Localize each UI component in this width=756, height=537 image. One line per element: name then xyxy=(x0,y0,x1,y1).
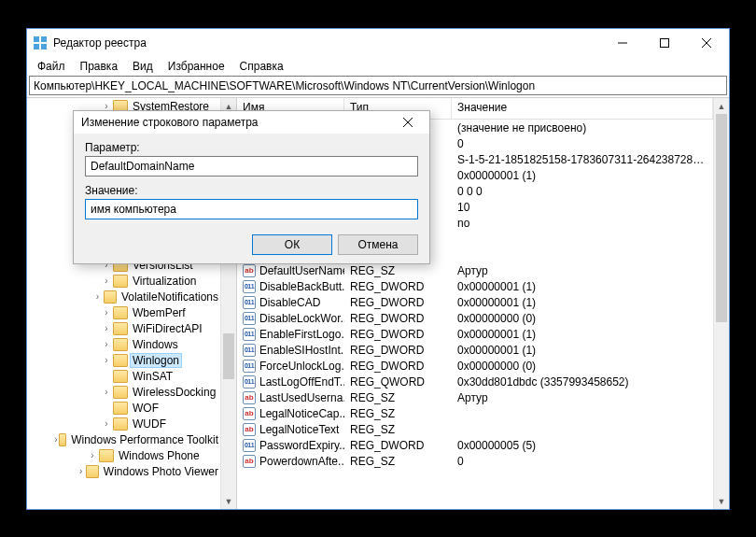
svg-rect-5 xyxy=(660,39,668,48)
titlebar[interactable]: Редактор реестра xyxy=(27,29,729,57)
param-label: Параметр: xyxy=(85,141,418,154)
folder-icon xyxy=(113,354,128,367)
list-scrollbar[interactable]: ▲ ▼ xyxy=(713,98,729,509)
tree-item[interactable]: ›WiFiDirectAPI xyxy=(27,320,220,336)
expand-icon[interactable]: › xyxy=(92,291,103,302)
tree-item[interactable]: ›WUDF xyxy=(27,416,220,431)
value-data: (значение не присвоено) xyxy=(452,121,713,134)
tree-item[interactable]: WinSAT xyxy=(27,368,220,384)
tree-item[interactable]: ›WirelessDocking xyxy=(27,384,220,400)
folder-icon xyxy=(113,370,128,383)
value-type: REG_SZ xyxy=(344,407,452,420)
menu-view[interactable]: Вид xyxy=(126,58,160,75)
binary-value-icon: 011 xyxy=(243,360,256,373)
svg-rect-2 xyxy=(34,44,39,49)
list-row[interactable]: 011DisableBackButt...REG_DWORD0x00000001… xyxy=(237,278,713,294)
address-bar[interactable]: Компьютер\HKEY_LOCAL_MACHINE\SOFTWARE\Mi… xyxy=(29,76,727,95)
tree-item-label: Winlogon xyxy=(131,354,181,367)
value-field[interactable] xyxy=(85,199,418,219)
scroll-down-icon[interactable]: ▼ xyxy=(714,493,729,509)
tree-item[interactable]: ›Windows xyxy=(27,336,220,352)
expand-icon[interactable]: › xyxy=(54,434,59,445)
expand-icon[interactable]: › xyxy=(101,418,112,429)
tree-item[interactable]: ›Windows Phone xyxy=(27,447,220,463)
expand-icon[interactable]: › xyxy=(101,307,112,318)
expand-icon[interactable]: › xyxy=(101,355,112,365)
value-name: PowerdownAfte... xyxy=(259,455,344,468)
binary-value-icon: 011 xyxy=(243,439,256,452)
value-label: Значение: xyxy=(85,184,418,197)
tree-item-label: VolatileNotifications xyxy=(119,290,220,304)
edit-string-dialog: Изменение строкового параметра Параметр:… xyxy=(73,110,430,264)
list-row[interactable]: 011ForceUnlockLog...REG_DWORD0x00000000 … xyxy=(237,358,713,374)
binary-value-icon: 011 xyxy=(243,344,256,357)
minimize-button[interactable] xyxy=(601,30,643,57)
value-data: Артур xyxy=(452,264,713,277)
registry-editor-window: Редактор реестра Файл Правка Вид Избранн… xyxy=(26,28,730,510)
value-name: DefaultUserName xyxy=(259,264,344,277)
expand-icon[interactable]: › xyxy=(101,339,112,349)
tree-item[interactable]: WOF xyxy=(27,400,220,416)
tree-item[interactable]: ›Windows Performance Toolkit xyxy=(27,431,220,447)
dialog-title: Изменение строкового параметра xyxy=(81,116,394,129)
value-name: LegalNoticeCap... xyxy=(259,407,344,420)
list-row[interactable]: 011EnableFirstLogo...REG_DWORD0x00000001… xyxy=(237,326,713,342)
list-row[interactable]: 011DisableCADREG_DWORD0x00000001 (1) xyxy=(237,294,713,310)
scroll-up-icon[interactable]: ▲ xyxy=(714,98,729,114)
tree-item[interactable]: ›Windows Photo Viewer xyxy=(27,463,220,479)
binary-value-icon: 011 xyxy=(243,296,256,309)
tree-item[interactable]: ›Virtualization xyxy=(27,273,220,289)
value-data: 0x00000001 (1) xyxy=(452,328,713,341)
value-type: REG_SZ xyxy=(344,455,452,468)
expand-icon[interactable]: › xyxy=(87,450,98,460)
tree-item-label: WinSAT xyxy=(131,370,175,383)
list-row[interactable]: 011EnableSIHostInt...REG_DWORD0x00000001… xyxy=(237,342,713,358)
menu-favorites[interactable]: Избранное xyxy=(161,58,231,75)
tree-item[interactable]: ›VolatileNotifications xyxy=(27,289,220,304)
string-value-icon: ab xyxy=(243,455,256,468)
tree-item-label: Windows xyxy=(131,338,180,351)
dialog-close-button[interactable] xyxy=(394,111,422,134)
string-value-icon: ab xyxy=(243,391,256,404)
expand-icon[interactable]: › xyxy=(101,387,112,397)
folder-icon xyxy=(113,322,128,335)
scroll-down-icon[interactable]: ▼ xyxy=(221,493,236,509)
close-button[interactable] xyxy=(685,30,727,57)
list-row[interactable]: 011PasswordExpiry...REG_DWORD0x00000005 … xyxy=(237,437,713,453)
cancel-button[interactable]: Отмена xyxy=(338,234,418,255)
window-title: Редактор реестра xyxy=(53,36,601,49)
tree-item-label: Windows Phone xyxy=(117,449,202,462)
expand-icon[interactable]: › xyxy=(101,323,112,333)
list-row[interactable]: abLastUsedUserna...REG_SZАртур xyxy=(237,389,713,405)
binary-value-icon: 011 xyxy=(243,280,256,293)
value-name: LegalNoticeText xyxy=(259,423,339,436)
list-row[interactable]: abDefaultUserNameREG_SZАртур xyxy=(237,262,713,278)
tree-item[interactable]: ›WbemPerf xyxy=(27,304,220,320)
list-row[interactable]: abPowerdownAfte...REG_SZ0 xyxy=(237,453,713,469)
expand-icon[interactable]: › xyxy=(77,466,86,476)
value-type: REG_DWORD xyxy=(344,344,452,357)
expand-icon[interactable]: › xyxy=(101,276,112,286)
list-row[interactable]: 011LastLogOffEndT...REG_QWORD0x30dd801db… xyxy=(237,374,713,389)
list-row[interactable]: 011DisableLockWor...REG_DWORD0x00000000 … xyxy=(237,310,713,326)
ok-button[interactable]: ОК xyxy=(252,234,332,255)
folder-icon xyxy=(86,465,98,478)
list-row[interactable]: abLegalNoticeTextREG_SZ xyxy=(237,421,713,437)
dialog-titlebar[interactable]: Изменение строкового параметра xyxy=(74,111,429,134)
menu-help[interactable]: Справка xyxy=(233,58,290,75)
folder-icon xyxy=(113,306,128,319)
menu-edit[interactable]: Правка xyxy=(74,58,125,75)
value-data: 0x00000001 (1) xyxy=(452,296,713,309)
value-data: 10 xyxy=(452,201,713,214)
param-field xyxy=(85,156,418,177)
value-data: 0x00000001 (1) xyxy=(452,280,713,293)
maximize-button[interactable] xyxy=(643,30,685,57)
list-row[interactable]: abLegalNoticeCap...REG_SZ xyxy=(237,405,713,421)
value-data: 0x00000000 (0) xyxy=(452,312,713,325)
tree-item[interactable]: ›Winlogon xyxy=(27,352,220,368)
folder-icon xyxy=(113,338,128,351)
menu-file[interactable]: Файл xyxy=(31,58,72,75)
value-name: LastUsedUserna... xyxy=(259,391,344,404)
col-value[interactable]: Значение xyxy=(452,98,713,119)
tree-item-label: Virtualization xyxy=(131,275,198,288)
